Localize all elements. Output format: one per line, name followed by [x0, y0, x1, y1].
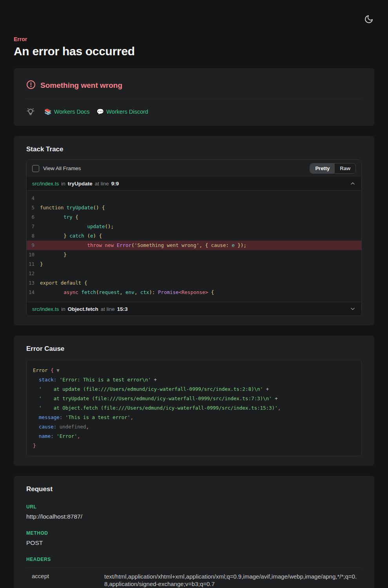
- code-line: 8 } catch (e) {: [27, 231, 361, 241]
- stack-trace-box: View All Frames Pretty Raw src/index.ts …: [26, 160, 362, 316]
- url-label: URL: [26, 504, 362, 510]
- code-token: }: [40, 231, 69, 241]
- code-token: [40, 241, 87, 250]
- moon-icon: [364, 15, 373, 24]
- code-token: catch: [69, 231, 84, 241]
- workers-discord-link[interactable]: 💬 Workers Discord: [97, 108, 149, 115]
- code-token: e: [232, 241, 235, 250]
- chevron-down-icon: [350, 306, 356, 312]
- frame-function-name: tryUpdate: [68, 181, 92, 187]
- line-number: 10: [27, 250, 40, 260]
- code-token: :: [54, 424, 60, 430]
- code-token: 'This is a test error': [65, 414, 131, 420]
- code-token: ();: [105, 222, 114, 231]
- view-all-frames-toggle[interactable]: View All Frames: [32, 165, 81, 172]
- theme-toggle-button[interactable]: [363, 13, 374, 25]
- code-token: [33, 386, 39, 392]
- code-token: +: [263, 386, 269, 392]
- cause-line: ' at tryUpdate (file:///Users/edmund/icy…: [33, 394, 355, 403]
- pretty-view-button[interactable]: Pretty: [310, 163, 335, 173]
- code-line: 11}: [27, 260, 361, 269]
- frame-file-name: src/index.ts: [32, 306, 59, 312]
- workers-discord-label: Workers Discord: [106, 109, 148, 115]
- code-token: message: [39, 414, 60, 420]
- method-label: METHOD: [26, 530, 362, 536]
- code-token: +: [151, 377, 157, 383]
- cause-line: }: [33, 441, 355, 450]
- code-token: cause: [211, 241, 226, 250]
- code-token: [33, 377, 39, 383]
- error-cause-dump: Error { ▼ stack: 'Error: This is a test …: [26, 360, 362, 456]
- stack-trace-title: Stack Trace: [26, 145, 362, 153]
- view-all-frames-checkbox[interactable]: [32, 165, 39, 172]
- code-token: ,: [77, 433, 80, 439]
- code-token: [33, 405, 39, 411]
- code-line: 13export default {: [27, 278, 361, 288]
- code-line: 12: [27, 269, 361, 278]
- code-token: Promise: [158, 288, 179, 297]
- code-token: export default: [40, 278, 81, 288]
- code-token: <Response>: [179, 288, 208, 297]
- code-line: 14 async fetch(request, env, ctx): Promi…: [27, 288, 361, 297]
- code-token: :: [60, 414, 65, 420]
- frame-at-line-label: at line: [101, 306, 115, 312]
- code-token: {: [73, 212, 78, 222]
- url-value: http://localhost:8787/: [26, 513, 362, 520]
- workers-docs-link[interactable]: 📚 Workers Docs: [44, 108, 90, 115]
- error-cause-panel: Error Cause Error { ▼ stack: 'Error: Thi…: [14, 336, 374, 466]
- code-token: ,: [278, 405, 281, 411]
- code-token: +: [272, 396, 278, 401]
- stack-frame-header-object-fetch[interactable]: src/index.ts in Object.fetch at line 15:…: [27, 302, 361, 316]
- header-value: text/html,application/xhtml+xml,applicat…: [104, 573, 362, 588]
- books-icon: 📚: [44, 108, 52, 115]
- page-title: An error has occurred: [14, 45, 374, 58]
- error-eyebrow: Error: [14, 36, 374, 42]
- code-token: throw new: [87, 241, 116, 250]
- stack-frame-header-tryupdate[interactable]: src/index.ts in tryUpdate at line 9:9: [27, 177, 361, 191]
- code-token: async: [63, 288, 81, 297]
- code-token: ,: [130, 414, 133, 420]
- code-token: :: [51, 433, 56, 439]
- code-token: request: [99, 288, 120, 297]
- code-line: 5function tryUpdate() {: [27, 203, 361, 212]
- code-token: stack: [39, 377, 54, 383]
- code-token: [40, 212, 63, 222]
- cause-line: ' at Object.fetch (file:///Users/edmund/…: [33, 403, 355, 413]
- code-token: tryUpdate: [67, 203, 93, 212]
- frame-line-number: 15:3: [117, 306, 128, 312]
- source-code-view: 45function tryUpdate() {6 try {7 update(…: [27, 191, 361, 302]
- code-token: {: [51, 367, 54, 373]
- code-token: update: [87, 222, 105, 231]
- chevron-up-icon: [350, 180, 356, 187]
- line-number: 13: [27, 278, 40, 288]
- code-token: env: [125, 288, 134, 297]
- code-token: [40, 222, 87, 231]
- speech-balloon-icon: 💬: [97, 108, 104, 115]
- line-number: 6: [27, 212, 40, 222]
- line-number: 12: [27, 269, 40, 278]
- code-line: 4: [27, 194, 361, 203]
- error-cause-title: Error Cause: [26, 345, 362, 353]
- lightbulb-icon: [26, 107, 35, 116]
- code-token: undefined: [60, 424, 86, 430]
- stack-trace-toolbar: View All Frames Pretty Raw: [27, 160, 361, 177]
- raw-view-button[interactable]: Raw: [335, 163, 355, 173]
- code-token: function: [40, 203, 67, 212]
- code-line-highlighted: 9 throw new Error('Something went wrong'…: [27, 241, 361, 250]
- line-number: 7: [27, 222, 40, 231]
- code-token: [33, 433, 39, 439]
- code-token: }: [40, 260, 43, 269]
- code-token: cause: [39, 424, 54, 430]
- code-token: , {: [199, 241, 211, 250]
- code-token: }: [40, 250, 67, 260]
- code-line: 7 update();: [27, 222, 361, 231]
- line-number: 8: [27, 231, 40, 241]
- code-token: ,: [86, 424, 89, 430]
- code-token: ,: [134, 288, 140, 297]
- code-token: 'Something went wrong': [134, 241, 199, 250]
- request-panel: Request URL http://localhost:8787/ METHO…: [14, 476, 374, 588]
- code-token: (: [84, 231, 90, 241]
- code-token: name: [39, 433, 51, 439]
- code-token: }: [33, 443, 36, 448]
- code-token: ' at update (file:///Users/edmund/icy-wa…: [39, 386, 263, 392]
